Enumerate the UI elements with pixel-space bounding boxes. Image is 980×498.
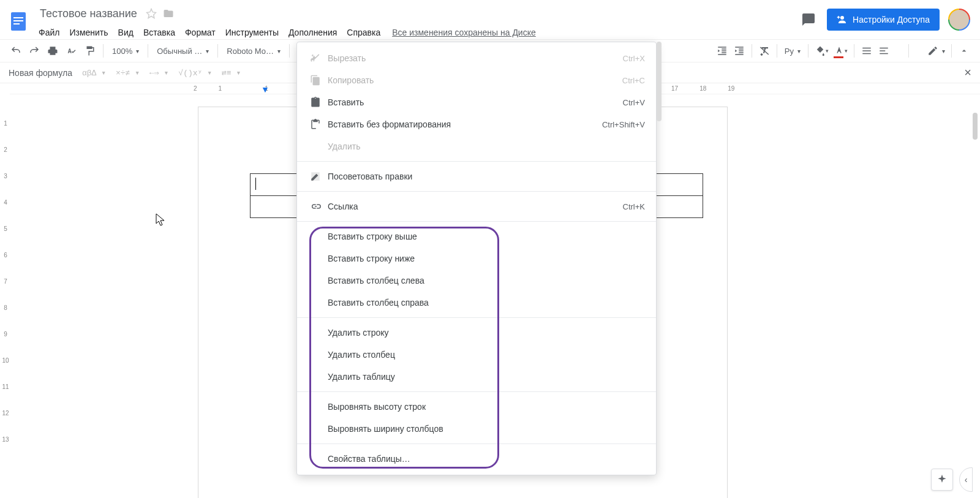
copy-icon <box>308 75 323 86</box>
ctx-table-properties[interactable]: Свойства таблицы… <box>297 448 656 470</box>
align-icon[interactable] <box>858 42 875 59</box>
spellcheck-icon[interactable] <box>62 42 80 59</box>
ctx-insert-row-below[interactable]: Вставить строку ниже <box>297 247 656 270</box>
ctx-cut[interactable]: Вырезать Ctrl+X <box>297 47 656 69</box>
share-button[interactable]: Настройки Доступа <box>827 9 940 31</box>
editing-mode-icon[interactable] <box>925 42 948 59</box>
comments-icon[interactable] <box>799 10 818 29</box>
context-menu: Вырезать Ctrl+X Копировать Ctrl+C Встави… <box>296 42 657 475</box>
menu-help[interactable]: Справка <box>342 25 385 40</box>
fill-color-icon[interactable]: ▾ <box>812 42 831 59</box>
menu-file[interactable]: Файл <box>34 25 64 40</box>
ruler-tick: 12 <box>0 410 11 417</box>
paragraph-style-select[interactable]: Обычный … <box>153 42 213 59</box>
paste-noformat-icon <box>308 119 323 130</box>
redo-icon[interactable] <box>26 42 43 59</box>
formula-arrows-icon[interactable]: ⇄≡ ▾ <box>222 68 241 78</box>
ruler-vertical[interactable]: 12345678910111213 <box>0 94 11 498</box>
line-spacing-icon[interactable] <box>875 42 892 59</box>
header-right: Настройки Доступа <box>799 9 970 31</box>
formula-relations-icon[interactable]: ←⇒ ▾ <box>149 68 168 78</box>
ruler-tick: 11 <box>0 383 11 390</box>
side-panel-toggle-icon[interactable]: ‹ <box>959 467 973 492</box>
suggest-edits-icon <box>308 171 323 182</box>
explore-icon[interactable] <box>931 469 953 491</box>
ctx-delete-col[interactable]: Удалить столбец <box>297 344 656 366</box>
ruler-tick: 7 <box>0 278 11 285</box>
ctx-distribute-cols[interactable]: Выровнять ширину столбцов <box>297 418 656 440</box>
svg-rect-2 <box>13 20 23 21</box>
ruler-tick: 19 <box>728 85 734 92</box>
ruler-tick: 4 <box>0 199 11 206</box>
cut-icon <box>308 53 323 64</box>
svg-rect-1 <box>13 17 23 18</box>
indent-marker-icon[interactable]: ▼ <box>261 85 270 94</box>
share-label: Настройки Доступа <box>853 15 930 25</box>
ctx-delete[interactable]: Удалить <box>297 135 656 157</box>
formula-functions-icon[interactable]: √()xʸ ▾ <box>178 68 212 78</box>
ctx-distribute-rows[interactable]: Выровнять высоту строк <box>297 396 656 418</box>
menu-edit[interactable]: Изменить <box>65 25 112 40</box>
ruler-tick: 10 <box>0 357 11 364</box>
link-icon <box>308 201 323 212</box>
header: Тестовое название Файл Изменить Вид Вста… <box>0 0 980 39</box>
menu-tools[interactable]: Инструменты <box>221 25 283 40</box>
text-cursor <box>255 178 256 190</box>
ruler-tick: 9 <box>0 331 11 338</box>
star-icon[interactable] <box>144 6 159 21</box>
document-title[interactable]: Тестовое название <box>36 6 141 21</box>
collapse-toolbar-icon[interactable] <box>956 42 973 59</box>
font-select[interactable]: Roboto Mo… <box>223 42 284 59</box>
ruler-tick: 1 <box>219 85 222 92</box>
formula-greek-icon[interactable]: αβΔ ▾ <box>82 68 106 78</box>
ruler-tick: 8 <box>0 304 11 311</box>
ctx-link[interactable]: Ссылка Ctrl+K <box>297 195 656 217</box>
ctx-suggest[interactable]: Посоветовать правки <box>297 165 656 187</box>
ctx-delete-table[interactable]: Удалить таблицу <box>297 366 656 388</box>
print-icon[interactable] <box>44 42 61 59</box>
avatar[interactable] <box>948 9 970 31</box>
ctx-paste[interactable]: Вставить Ctrl+V <box>297 91 656 113</box>
svg-rect-3 <box>13 23 20 25</box>
text-color-icon[interactable]: ▾ <box>831 42 850 59</box>
move-folder-icon[interactable] <box>161 6 176 21</box>
formula-operators-icon[interactable]: ×÷≠ ▾ <box>116 68 140 78</box>
ruler-tick: 13 <box>0 436 11 443</box>
menubar: Файл Изменить Вид Вставка Формат Инструм… <box>34 23 799 42</box>
menu-format[interactable]: Формат <box>181 25 220 40</box>
ctx-insert-col-left[interactable]: Вставить столбец слева <box>297 270 656 292</box>
ruler-tick: 5 <box>0 225 11 232</box>
menu-insert[interactable]: Вставка <box>139 25 179 40</box>
ctx-insert-col-right[interactable]: Вставить столбец справа <box>297 292 656 314</box>
close-icon[interactable]: × <box>964 66 971 80</box>
ruler-tick: 17 <box>671 85 678 92</box>
clear-formatting-icon[interactable] <box>756 42 773 59</box>
menu-addons[interactable]: Дополнения <box>284 25 341 40</box>
ruler-tick: 1 <box>0 120 11 127</box>
ctx-insert-row-above[interactable]: Вставить строку выше <box>297 225 656 247</box>
ctx-delete-row[interactable]: Удалить строку <box>297 322 656 344</box>
mouse-cursor-icon <box>156 213 167 230</box>
page-scrollbar[interactable] <box>973 113 978 140</box>
input-tools-select[interactable]: Ру <box>781 42 804 59</box>
indent-increase-icon[interactable] <box>731 42 748 59</box>
ctx-copy[interactable]: Копировать Ctrl+C <box>297 69 656 91</box>
docs-logo[interactable] <box>6 6 31 36</box>
menu-view[interactable]: Вид <box>114 25 138 40</box>
ruler-tick: 3 <box>0 173 11 179</box>
save-status[interactable]: Все изменения сохранены на Диске <box>392 28 536 37</box>
ruler-tick: 6 <box>0 252 11 258</box>
ruler-tick: 18 <box>699 85 706 92</box>
indent-decrease-icon[interactable] <box>714 42 731 59</box>
context-menu-scrollbar[interactable] <box>657 42 662 121</box>
zoom-select[interactable]: 100% <box>108 42 143 59</box>
title-area: Тестовое название Файл Изменить Вид Вста… <box>36 5 799 42</box>
formula-bar-label: Новая формула <box>9 68 72 78</box>
ruler-tick: 2 <box>0 146 11 153</box>
undo-icon[interactable] <box>7 42 24 59</box>
paint-format-icon[interactable] <box>81 42 98 59</box>
paste-icon <box>308 97 323 108</box>
ruler-tick: 2 <box>194 85 197 92</box>
ctx-paste-noformat[interactable]: Вставить без форматирования Ctrl+Shift+V <box>297 113 656 135</box>
